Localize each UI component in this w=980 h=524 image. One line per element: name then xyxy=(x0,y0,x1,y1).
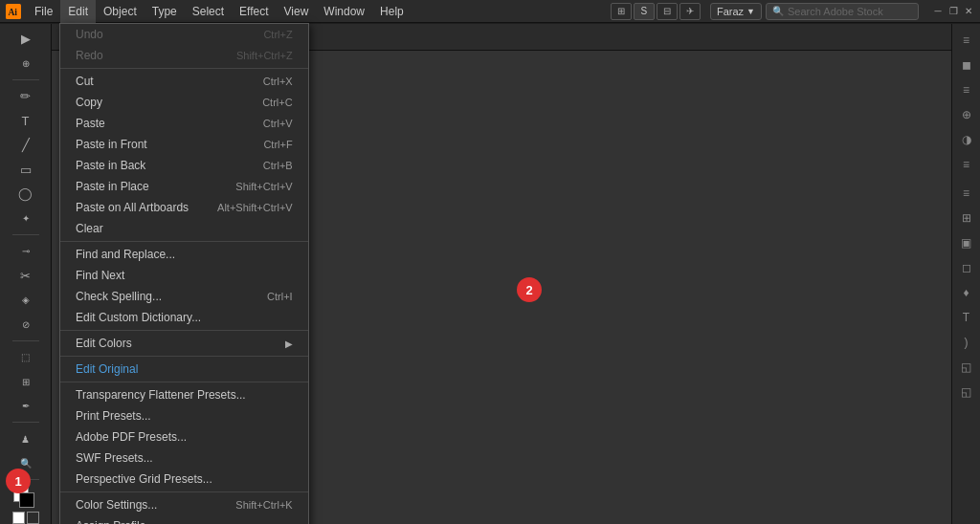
edit-paste-back[interactable]: Paste in Back Ctrl+B xyxy=(60,155,308,176)
edit-find-replace[interactable]: Find and Replace... xyxy=(60,244,308,265)
sep6 xyxy=(60,491,308,492)
edit-swf-presets[interactable]: SWF Presets... xyxy=(60,448,308,469)
grid-icon[interactable]: ⊟ xyxy=(657,3,678,20)
edit-print-presets-label: Print Presets... xyxy=(76,409,151,423)
edit-copy-shortcut: Ctrl+C xyxy=(262,97,292,108)
edit-paste-place[interactable]: Paste in Place Shift+Ctrl+V xyxy=(60,176,308,197)
edit-perspective-presets-label: Perspective Grid Presets... xyxy=(76,472,212,486)
maximize-button[interactable]: ❐ xyxy=(947,5,960,18)
menu-file[interactable]: File xyxy=(27,0,60,23)
badge-1: 1 xyxy=(6,469,31,493)
edit-paste-artboards[interactable]: Paste on All Artboards Alt+Shift+Ctrl+V xyxy=(60,197,308,218)
dropdown-overlay: Undo Ctrl+Z Redo Shift+Ctrl+Z Cut Ctrl+X… xyxy=(0,23,980,524)
edit-paste[interactable]: Paste Ctrl+V xyxy=(60,113,308,134)
edit-paste-back-label: Paste in Back xyxy=(76,159,145,172)
edit-redo-shortcut: Shift+Ctrl+Z xyxy=(236,50,293,61)
essentials-icon[interactable]: S xyxy=(634,3,655,20)
search-placeholder: Search Adobe Stock xyxy=(788,6,883,17)
edit-paste-artboards-shortcut: Alt+Shift+Ctrl+V xyxy=(217,202,293,213)
sep4 xyxy=(60,356,308,357)
edit-paste-back-shortcut: Ctrl+B xyxy=(263,160,293,171)
edit-cut-shortcut: Ctrl+X xyxy=(263,76,293,87)
edit-clear[interactable]: Clear xyxy=(60,218,308,239)
sep3 xyxy=(60,330,308,331)
menu-help[interactable]: Help xyxy=(372,0,412,23)
edit-redo[interactable]: Redo Shift+Ctrl+Z xyxy=(60,45,308,66)
edit-perspective-presets[interactable]: Perspective Grid Presets... xyxy=(60,469,308,490)
sep2 xyxy=(60,241,308,242)
edit-cut[interactable]: Cut Ctrl+X xyxy=(60,71,308,92)
edit-undo[interactable]: Undo Ctrl+Z xyxy=(60,24,308,45)
edit-paste-place-label: Paste in Place xyxy=(76,180,149,193)
edit-paste-artboards-label: Paste on All Artboards xyxy=(76,201,189,214)
edit-transparency-presets-label: Transparency Flattener Presets... xyxy=(76,388,246,402)
close-button[interactable]: ✕ xyxy=(962,5,975,18)
edit-original-label: Edit Original xyxy=(76,362,138,376)
sep5 xyxy=(60,382,308,382)
edit-find-next[interactable]: Find Next xyxy=(60,265,308,286)
edit-pdf-presets-label: Adobe PDF Presets... xyxy=(76,430,187,444)
share-icon[interactable]: ✈ xyxy=(679,3,701,20)
user-chevron-icon: ▼ xyxy=(746,7,755,16)
edit-color-settings-shortcut: Shift+Ctrl+K xyxy=(235,499,292,511)
edit-redo-label: Redo xyxy=(76,49,103,62)
edit-paste-label: Paste xyxy=(76,117,105,130)
edit-copy[interactable]: Copy Ctrl+C xyxy=(60,92,308,113)
edit-transparency-presets[interactable]: Transparency Flattener Presets... xyxy=(60,384,308,405)
edit-menu: Undo Ctrl+Z Redo Shift+Ctrl+Z Cut Ctrl+X… xyxy=(59,23,309,524)
edit-color-settings[interactable]: Color Settings... Shift+Ctrl+K xyxy=(60,494,308,515)
edit-original[interactable]: Edit Original xyxy=(60,359,308,380)
badge-2: 2 xyxy=(517,277,542,302)
edit-paste-shortcut: Ctrl+V xyxy=(263,118,293,129)
edit-print-presets[interactable]: Print Presets... xyxy=(60,405,308,426)
edit-cut-label: Cut xyxy=(76,75,94,88)
edit-paste-front-shortcut: Ctrl+F xyxy=(263,139,292,150)
edit-swf-presets-label: SWF Presets... xyxy=(76,451,153,465)
edit-paste-front-label: Paste in Front xyxy=(76,138,147,151)
menu-view[interactable]: View xyxy=(277,0,317,23)
edit-custom-dictionary[interactable]: Edit Custom Dictionary... xyxy=(60,307,308,328)
edit-colors-arrow: ▶ xyxy=(285,338,293,349)
edit-paste-front[interactable]: Paste in Front Ctrl+F xyxy=(60,134,308,155)
edit-find-replace-label: Find and Replace... xyxy=(76,248,175,261)
sep1 xyxy=(60,68,308,69)
menu-select[interactable]: Select xyxy=(185,0,232,23)
menu-edit[interactable]: Edit xyxy=(60,0,96,23)
edit-custom-dictionary-label: Edit Custom Dictionary... xyxy=(76,311,201,324)
user-button[interactable]: Faraz ▼ xyxy=(710,3,762,20)
search-icon: 🔍 xyxy=(772,6,784,16)
edit-copy-label: Copy xyxy=(76,96,102,109)
edit-assign-profile-label: Assign Profile... xyxy=(76,519,155,524)
search-box[interactable]: 🔍 Search Adobe Stock xyxy=(766,3,919,20)
minimize-button[interactable]: ─ xyxy=(931,5,945,18)
menu-effect[interactable]: Effect xyxy=(232,0,276,23)
menu-object[interactable]: Object xyxy=(96,0,145,23)
edit-paste-place-shortcut: Shift+Ctrl+V xyxy=(235,181,292,192)
menu-type[interactable]: Type xyxy=(145,0,185,23)
app-logo: Ai xyxy=(4,2,23,21)
edit-colors-label: Edit Colors xyxy=(76,337,132,350)
edit-find-next-label: Find Next xyxy=(76,269,124,282)
edit-clear-label: Clear xyxy=(76,222,103,235)
edit-assign-profile[interactable]: Assign Profile... xyxy=(60,515,308,524)
svg-text:Ai: Ai xyxy=(8,7,17,17)
edit-undo-shortcut: Ctrl+Z xyxy=(263,29,292,40)
window-controls: ─ ❐ ✕ xyxy=(930,5,976,18)
edit-check-spelling[interactable]: Check Spelling... Ctrl+I xyxy=(60,286,308,307)
menu-bar-right: ⊞ S ⊟ ✈ Faraz ▼ 🔍 Search Adobe Stock ─ ❐… xyxy=(611,3,976,20)
menu-bar: Ai File Edit Object Type Select Effect V… xyxy=(0,0,980,23)
edit-check-spelling-label: Check Spelling... xyxy=(76,290,162,303)
edit-color-settings-label: Color Settings... xyxy=(76,498,157,512)
arrange-icon[interactable]: ⊞ xyxy=(611,3,632,20)
menu-window[interactable]: Window xyxy=(316,0,372,23)
edit-check-spelling-shortcut: Ctrl+I xyxy=(267,291,293,302)
edit-pdf-presets[interactable]: Adobe PDF Presets... xyxy=(60,426,308,448)
edit-undo-label: Undo xyxy=(76,28,103,41)
edit-colors[interactable]: Edit Colors ▶ xyxy=(60,333,308,354)
